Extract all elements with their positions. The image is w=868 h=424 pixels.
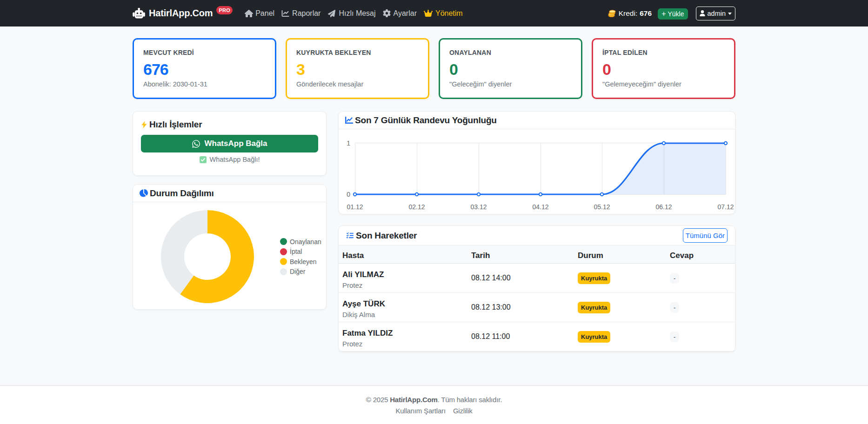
svg-text:03.12: 03.12: [470, 203, 487, 211]
svg-text:01.12: 01.12: [347, 203, 363, 211]
svg-text:1: 1: [347, 139, 350, 147]
svg-text:04.12: 04.12: [532, 203, 548, 211]
svg-text:0: 0: [347, 191, 350, 198]
svg-text:06.12: 06.12: [655, 203, 672, 211]
svg-text:07.12: 07.12: [717, 203, 734, 211]
svg-text:05.12: 05.12: [594, 203, 610, 211]
svg-text:02.12: 02.12: [408, 203, 425, 211]
